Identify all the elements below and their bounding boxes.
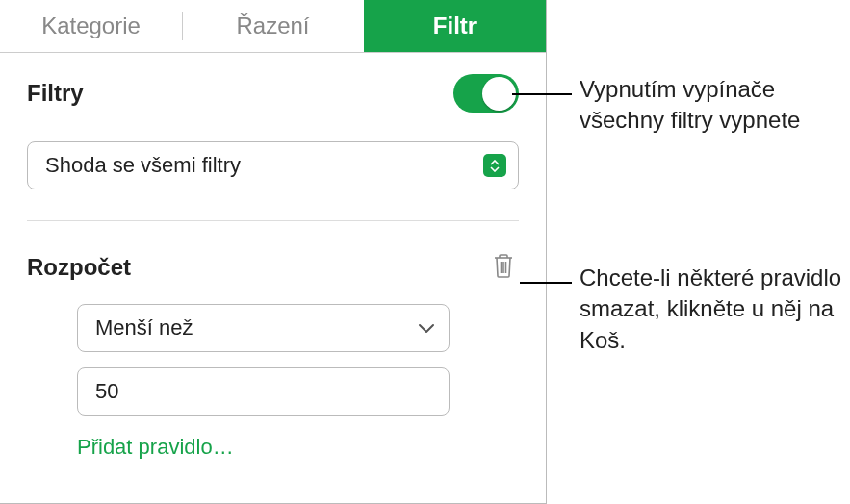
tab-label: Filtr bbox=[433, 13, 477, 39]
add-rule-button[interactable]: Přidat pravidlo… bbox=[77, 435, 234, 460]
filter-panel: Kategorie Řazení Filtr Filtry Shoda se v… bbox=[0, 0, 547, 504]
divider bbox=[27, 220, 519, 221]
rule-operator-value: Menší než bbox=[95, 315, 193, 340]
tab-label: Kategorie bbox=[41, 13, 141, 39]
filters-toggle[interactable] bbox=[453, 74, 519, 113]
match-mode-select[interactable]: Shoda se všemi filtry bbox=[27, 141, 519, 189]
tab-filter[interactable]: Filtr bbox=[364, 0, 546, 52]
rule-column-name: Rozpočet bbox=[27, 254, 131, 281]
rule-value-input[interactable] bbox=[77, 367, 450, 416]
rule-operator-select[interactable]: Menší než bbox=[77, 304, 450, 352]
tab-label: Řazení bbox=[236, 13, 309, 39]
filters-title: Filtry bbox=[27, 80, 84, 107]
callout-toggle: Vypnutím vypínače všechny filtry vypnete bbox=[580, 74, 830, 137]
callout-line bbox=[520, 282, 572, 284]
match-mode-value: Shoda se všemi filtry bbox=[45, 153, 241, 178]
toggle-knob bbox=[482, 77, 516, 111]
filter-content: Filtry Shoda se všemi filtry Rozpočet bbox=[0, 53, 546, 460]
trash-icon[interactable] bbox=[488, 248, 519, 287]
rule-header: Rozpočet bbox=[27, 248, 519, 287]
filters-header: Filtry bbox=[27, 74, 519, 113]
tab-category[interactable]: Kategorie bbox=[0, 0, 182, 52]
tab-sort[interactable]: Řazení bbox=[182, 0, 364, 52]
chevron-down-icon bbox=[418, 315, 435, 340]
callout-trash: Chcete-li některé pravidlo smazat, klikn… bbox=[580, 263, 844, 356]
rule-body: Menší než Přidat pravidlo… bbox=[27, 304, 519, 460]
popup-indicator-icon bbox=[483, 154, 506, 177]
callout-line bbox=[512, 93, 572, 95]
tabs-bar: Kategorie Řazení Filtr bbox=[0, 0, 546, 53]
